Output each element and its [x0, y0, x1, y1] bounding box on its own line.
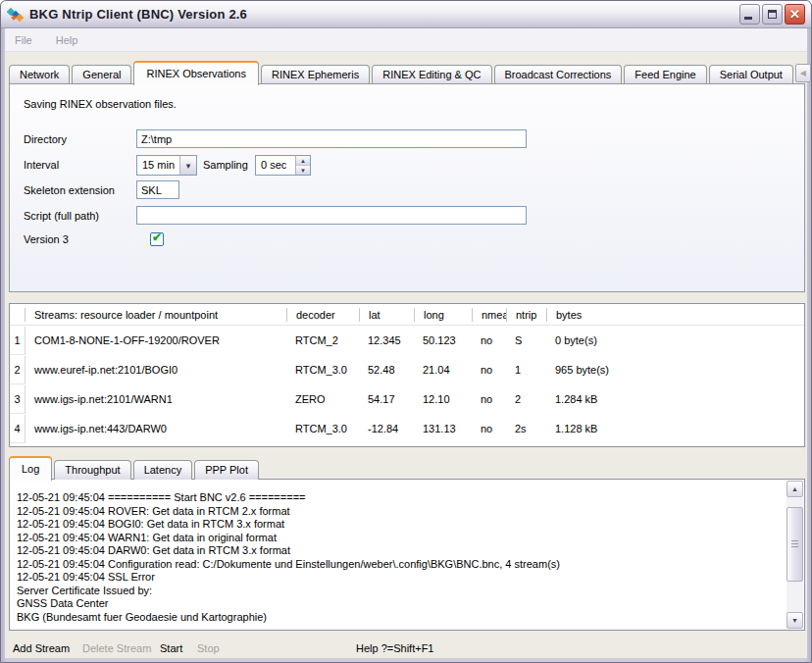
app-logo-icon — [7, 7, 25, 23]
tab-network[interactable]: Network — [9, 65, 70, 84]
version3-checkbox[interactable]: ✔ — [150, 232, 164, 246]
header-bytes[interactable]: bytes — [546, 308, 804, 322]
header-decoder[interactable]: decoder — [286, 308, 359, 322]
app-window: BKG Ntrip Client (BNC) Version 2.6 ✕ Fil… — [0, 0, 812, 663]
cell-long: 21.04 — [414, 364, 472, 376]
check-icon: ✔ — [152, 230, 162, 244]
cell-mountpoint: COM1-8-NONE-1-OFF-19200/ROVER — [25, 334, 286, 346]
cell-bytes: 1.284 kB — [546, 393, 804, 405]
interval-value: 15 min — [137, 156, 179, 175]
row-number: 3 — [10, 385, 25, 414]
maximize-button[interactable] — [762, 4, 783, 25]
cell-decoder: ZERO — [286, 393, 359, 405]
log-line: 12-05-21 09:45:04 ROVER: Get data in RTC… — [17, 505, 781, 519]
add-stream-button[interactable]: Add Stream — [13, 642, 70, 654]
cell-ntrip: S — [506, 334, 546, 346]
minimize-button[interactable] — [739, 4, 760, 25]
log-line: 12-05-21 09:45:04 Configuration read: C:… — [17, 558, 781, 572]
cell-decoder: RTCM_3.0 — [286, 423, 359, 434]
table-row[interactable]: 2 www.euref-ip.net:2101/BOGI0 RTCM_3.0 5… — [10, 355, 804, 384]
close-icon: ✕ — [789, 8, 800, 21]
settings-tab-bar: Network General RINEX Observations RINEX… — [9, 58, 803, 84]
cell-bytes: 965 byte(s) — [546, 364, 804, 376]
tab-latency[interactable]: Latency — [133, 460, 193, 480]
header-long[interactable]: long — [414, 308, 472, 322]
sampling-spinner[interactable]: 0 sec ▲ ▼ — [255, 155, 311, 176]
cell-lat: -12.84 — [359, 423, 414, 434]
close-button[interactable]: ✕ — [785, 4, 805, 25]
tab-scroll-left-icon[interactable]: ◀ — [795, 64, 811, 82]
action-bar: Add Stream Delete Stream Start Stop Help… — [5, 637, 807, 660]
tab-throughput[interactable]: Throughput — [54, 460, 130, 480]
log-line: 12-05-21 09:45:04 WARN1: Get data in ori… — [17, 532, 781, 545]
scrollbar-thumb[interactable] — [787, 507, 803, 582]
interval-label: Interval — [24, 159, 59, 171]
log-line: 12-05-21 09:45:04 SSL Error — [17, 571, 781, 585]
client-area: File Help Network General RINEX Observat… — [5, 28, 807, 658]
interval-select[interactable]: 15 min ▾ — [136, 155, 197, 176]
tab-log[interactable]: Log — [9, 456, 52, 481]
chevron-down-icon[interactable]: ▾ — [179, 156, 196, 175]
log-scrollbar[interactable]: ▲ ▼ — [787, 481, 803, 629]
tab-general[interactable]: General — [72, 65, 131, 84]
panel-description: Saving RINEX observation files. — [24, 98, 177, 110]
tab-broadcast-corrections[interactable]: Broadcast Corrections — [494, 65, 623, 84]
log-line: GNSS Data Center — [17, 597, 781, 611]
menu-help[interactable]: Help — [56, 34, 78, 46]
cell-nmea: no — [472, 423, 506, 434]
streams-table-header: Streams: resource loader / mountpoint de… — [10, 304, 804, 326]
cell-nmea: no — [472, 334, 506, 346]
header-lat[interactable]: lat — [359, 308, 414, 322]
cell-ntrip: 2 — [506, 393, 546, 405]
cell-lat: 52.48 — [359, 364, 414, 376]
cell-decoder: RTCM_3.0 — [286, 364, 359, 376]
scroll-down-icon[interactable]: ▼ — [787, 612, 803, 629]
script-input[interactable] — [136, 206, 527, 225]
tab-feed-engine[interactable]: Feed Engine — [624, 65, 706, 84]
table-row[interactable]: 1 COM1-8-NONE-1-OFF-19200/ROVER RTCM_2 1… — [10, 326, 804, 355]
log-line: 12-05-21 09:45:04 ========== Start BNC v… — [17, 491, 781, 505]
streams-table: Streams: resource loader / mountpoint de… — [9, 303, 805, 447]
script-label: Script (full path) — [24, 210, 99, 222]
header-nmea[interactable]: nmea — [472, 308, 506, 322]
log-line: 12-05-21 09:45:04 BOGI0: Get data in RTC… — [17, 518, 781, 532]
skeleton-extension-input[interactable] — [136, 180, 179, 199]
row-number: 2 — [10, 356, 25, 384]
cell-bytes: 1.128 kB — [546, 423, 804, 434]
start-button[interactable]: Start — [160, 642, 182, 654]
scroll-up-icon[interactable]: ▲ — [787, 481, 803, 497]
row-number: 4 — [10, 415, 25, 443]
tab-rinex-observations[interactable]: RINEX Observations — [133, 61, 258, 85]
cell-lat: 54.17 — [359, 393, 414, 405]
window-title: BKG Ntrip Client (BNC) Version 2.6 — [29, 7, 247, 22]
stop-button: Stop — [197, 642, 220, 654]
header-ntrip[interactable]: ntrip — [506, 308, 546, 322]
sampling-value: 0 sec — [256, 156, 295, 175]
cell-long: 131.13 — [414, 423, 472, 434]
directory-input[interactable] — [136, 129, 527, 148]
version3-label: Version 3 — [24, 233, 69, 245]
cell-mountpoint: www.igs-ip.net:443/DARW0 — [25, 423, 286, 434]
help-shortcut-button[interactable]: Help ?=Shift+F1 — [356, 642, 434, 654]
title-bar: BKG Ntrip Client (BNC) Version 2.6 ✕ — [1, 1, 811, 28]
tab-rinex-editing-qc[interactable]: RINEX Editing & QC — [372, 65, 491, 84]
cell-decoder: RTCM_2 — [286, 334, 359, 346]
table-row[interactable]: 3 www.igs-ip.net:2101/WARN1 ZERO 54.17 1… — [10, 384, 804, 414]
header-mountpoint[interactable]: Streams: resource loader / mountpoint — [25, 308, 286, 322]
sampling-label: Sampling — [203, 159, 248, 171]
tab-rinex-ephemeris[interactable]: RINEX Ephemeris — [261, 65, 370, 84]
log-text[interactable]: 12-05-21 09:45:04 ========== Start BNC v… — [11, 480, 787, 629]
cell-bytes: 0 byte(s) — [546, 334, 804, 346]
spin-up-icon[interactable]: ▲ — [296, 156, 310, 166]
tab-serial-output[interactable]: Serial Output — [709, 65, 793, 84]
cell-ntrip: 2s — [506, 423, 546, 434]
menu-bar: File Help — [5, 28, 807, 52]
log-panel: 12-05-21 09:45:04 ========== Start BNC v… — [9, 479, 805, 631]
table-row[interactable]: 4 www.igs-ip.net:443/DARW0 RTCM_3.0 -12.… — [10, 414, 804, 443]
log-line: Server Certificate Issued by: — [17, 585, 781, 598]
spin-down-icon[interactable]: ▼ — [296, 166, 310, 175]
cell-lat: 12.345 — [359, 334, 414, 346]
cell-ntrip: 1 — [506, 364, 546, 376]
tab-ppp-plot[interactable]: PPP Plot — [194, 460, 259, 480]
menu-file[interactable]: File — [15, 34, 32, 46]
